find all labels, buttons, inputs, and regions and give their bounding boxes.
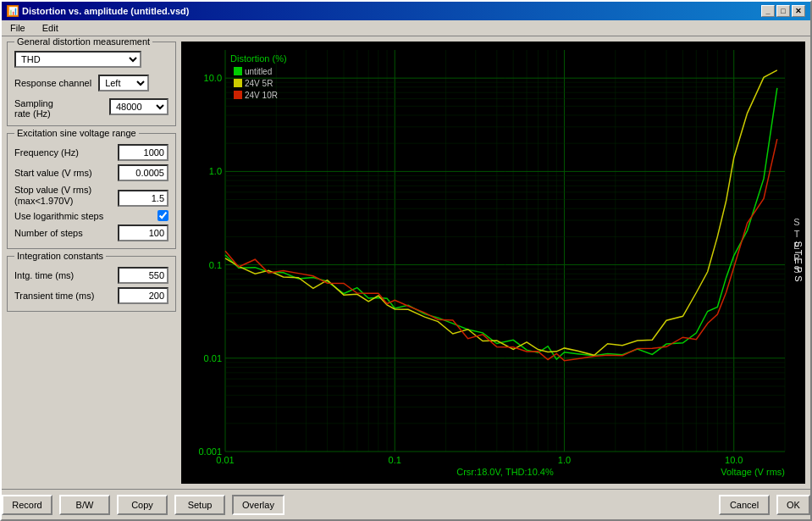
start-value-row: Start value (V rms) 0.0005 bbox=[14, 164, 168, 181]
thd-row: THD THD+N SINAD bbox=[14, 51, 168, 68]
distortion-type-select[interactable]: THD THD+N SINAD bbox=[14, 51, 141, 68]
excitation-group: Excitation sine voltage range Frequency … bbox=[7, 133, 176, 249]
frequency-row: Frequency (Hz) 1000 bbox=[14, 144, 168, 161]
main-window: 📊 Distortion vs. amplitude (untitled.vsd… bbox=[0, 0, 812, 521]
main-chart bbox=[181, 42, 805, 484]
stop-value-row: Stop value (V rms) (max<1.970V) bbox=[14, 185, 168, 207]
left-panel: General distortion measurement THD THD+N… bbox=[7, 42, 176, 484]
sampling-row: Sampling rate (Hz) 44100 48000 96000 bbox=[14, 98, 168, 119]
bottom-bar: Record B/W Copy Setup Overlay Cancel OK bbox=[2, 489, 810, 519]
cancel-button[interactable]: Cancel bbox=[719, 495, 770, 515]
chart-area: STEPS bbox=[181, 42, 805, 484]
transient-time-input[interactable] bbox=[118, 287, 168, 304]
bw-button[interactable]: B/W bbox=[59, 495, 110, 515]
num-steps-input[interactable] bbox=[118, 224, 168, 241]
sampling-label-line2: rate (Hz) bbox=[14, 108, 106, 119]
title-buttons: _ □ ✕ bbox=[761, 5, 805, 17]
num-steps-row: Number of steps bbox=[14, 224, 168, 241]
menu-file[interactable]: File bbox=[5, 22, 30, 34]
num-steps-label: Number of steps bbox=[14, 228, 114, 238]
transient-time-row: Transient time (ms) bbox=[14, 287, 168, 304]
app-icon: 📊 bbox=[7, 5, 19, 17]
response-row: Response channel Left Right Both bbox=[14, 75, 168, 91]
log-steps-row: Use logarithmic steps bbox=[14, 210, 168, 221]
ok-button[interactable]: OK bbox=[776, 495, 810, 515]
title-bar: 📊 Distortion vs. amplitude (untitled.vsd… bbox=[2, 2, 810, 20]
main-content: General distortion measurement THD THD+N… bbox=[2, 36, 810, 489]
minimize-button[interactable]: _ bbox=[761, 5, 775, 17]
title-bar-left: 📊 Distortion vs. amplitude (untitled.vsd… bbox=[7, 5, 189, 17]
integration-group: Integration constants Intg. time (ms) Tr… bbox=[7, 256, 176, 312]
overlay-button[interactable]: Overlay bbox=[232, 495, 284, 515]
frequency-input[interactable]: 1000 bbox=[118, 144, 168, 161]
intg-time-input[interactable] bbox=[118, 267, 168, 284]
log-steps-label: Use logarithmic steps bbox=[14, 211, 154, 221]
stop-value-input[interactable] bbox=[118, 190, 168, 207]
stop-value-label: Stop value (V rms) (max<1.970V) bbox=[14, 185, 114, 207]
sampling-rate-select[interactable]: 44100 48000 96000 bbox=[109, 98, 168, 115]
sampling-label-line1: Sampling bbox=[14, 98, 106, 108]
setup-button[interactable]: Setup bbox=[174, 495, 225, 515]
log-steps-checkbox[interactable] bbox=[157, 210, 168, 221]
maximize-button[interactable]: □ bbox=[776, 5, 790, 17]
general-distortion-group: General distortion measurement THD THD+N… bbox=[7, 42, 176, 126]
integration-label: Integration constants bbox=[14, 251, 106, 261]
excitation-label: Excitation sine voltage range bbox=[14, 128, 139, 138]
start-value-input[interactable]: 0.0005 bbox=[118, 164, 168, 181]
intg-time-label: Intg. time (ms) bbox=[14, 270, 114, 280]
steps-label: STEPS bbox=[793, 241, 804, 284]
record-button[interactable]: Record bbox=[2, 495, 52, 515]
intg-time-row: Intg. time (ms) bbox=[14, 267, 168, 284]
transient-time-label: Transient time (ms) bbox=[14, 291, 114, 301]
menu-edit[interactable]: Edit bbox=[37, 22, 64, 34]
copy-button[interactable]: Copy bbox=[117, 495, 168, 515]
frequency-label: Frequency (Hz) bbox=[14, 147, 114, 158]
menu-bar: File Edit bbox=[2, 20, 810, 36]
start-value-label: Start value (V rms) bbox=[14, 168, 114, 178]
general-distortion-label: General distortion measurement bbox=[14, 36, 152, 47]
response-label: Response channel bbox=[14, 78, 91, 88]
response-channel-select[interactable]: Left Right Both bbox=[98, 75, 149, 91]
window-title: Distortion vs. amplitude (untitled.vsd) bbox=[22, 6, 189, 16]
close-button[interactable]: ✕ bbox=[792, 5, 805, 17]
